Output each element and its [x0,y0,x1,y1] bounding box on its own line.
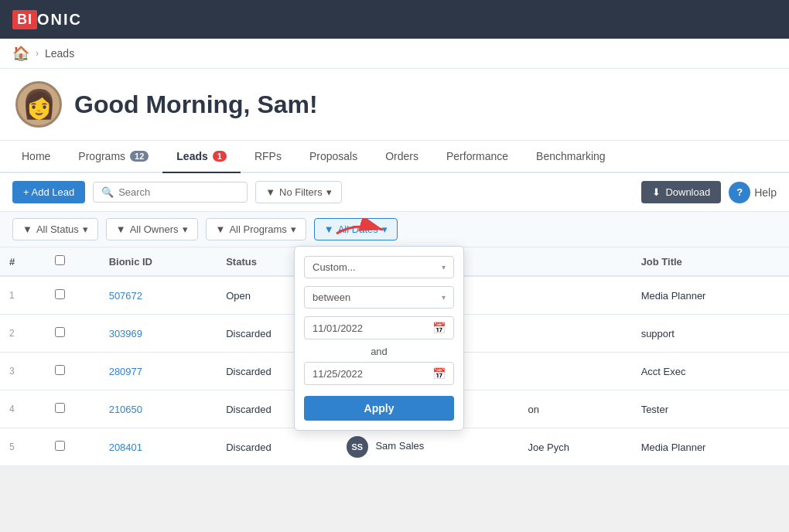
dates-chevron: ▾ [382,223,388,235]
tab-leads-label: Leads [176,150,207,162]
row-id: 303969 [100,315,217,353]
tab-performance-label: Performance [446,150,508,162]
row-num: 4 [0,390,46,428]
row-num: 3 [0,353,46,390]
tab-performance[interactable]: Performance [432,141,522,173]
toolbar: + Add Lead 🔍 ▼ No Filters ▾ ⬇ Download ?… [0,173,789,212]
nav-tabs: Home Programs 12 Leads 1 RFPs Proposals … [0,141,789,173]
date-to-input[interactable]: 11/25/2022 📅 [304,362,454,385]
row-checkbox[interactable] [46,353,100,390]
row-extra [519,353,632,390]
all-programs-label: All Programs [229,223,286,235]
col-extra [519,247,632,276]
row-num: 5 [0,428,46,466]
download-icon: ⬇ [652,186,661,198]
logo: BI ONIC [12,10,82,29]
tab-orders[interactable]: Orders [371,141,432,173]
between-chevron-icon: ▾ [442,293,446,302]
row-checkbox[interactable] [46,315,100,353]
logo-bi: BI [12,10,37,29]
date-from-value: 11/01/2022 [313,322,363,334]
status-filter-icon: ▼ [22,223,32,235]
row-job-title: Tester [632,390,789,428]
home-icon[interactable]: 🏠 [12,45,29,62]
row-checkbox[interactable] [46,428,100,466]
date-from-input[interactable]: 11/01/2022 📅 [304,316,454,339]
filter-chevron: ▾ [326,186,332,198]
tab-orders-label: Orders [385,150,418,162]
owners-filter-icon: ▼ [116,223,126,235]
tab-rfps-label: RFPs [254,150,282,162]
date-dropdown-popup: Custom... ▾ between ▾ 11/01/2022 📅 and 1… [294,246,464,431]
row-extra: Joe Pych [519,428,632,466]
between-dropdown[interactable]: between ▾ [304,286,454,309]
row-status: Discarded [217,428,337,466]
logo-onic: ONIC [37,11,82,29]
row-job-title: Media Planner [632,428,789,466]
tab-proposals-label: Proposals [309,150,357,162]
col-bionic-id: Bionic ID [100,247,217,276]
no-filters-button[interactable]: ▼ No Filters ▾ [255,181,342,203]
help-icon[interactable]: ? [729,182,750,203]
all-owners-label: All Owners [130,223,179,235]
tab-benchmarking-label: Benchmarking [536,150,606,162]
tab-rfps[interactable]: RFPs [241,141,295,173]
tab-home[interactable]: Home [8,141,64,173]
lead-id-link[interactable]: 210650 [109,404,142,415]
between-label: between [313,292,350,303]
select-all-checkbox[interactable] [55,255,65,265]
filter-icon: ▼ [265,186,275,198]
apply-button[interactable]: Apply [304,396,454,421]
assignee-avatar-initials: SS [347,436,368,458]
row-extra: on [519,390,632,428]
breadcrumb-separator: › [36,48,39,59]
download-button[interactable]: ⬇ Download [641,181,721,203]
tab-home-label: Home [22,150,50,162]
lead-id-link[interactable]: 280977 [109,366,142,377]
row-id: 208401 [100,428,217,466]
owners-chevron: ▾ [183,223,188,235]
row-num: 1 [0,276,46,315]
table-row: 5 208401 Discarded SS Sam Sales Joe Pych… [0,428,789,466]
row-job-title: Media Planner [632,276,789,315]
all-status-filter[interactable]: ▼ All Status ▾ [12,218,98,240]
all-dates-label: All Dates [338,223,378,235]
no-filters-label: No Filters [279,186,323,198]
search-box: 🔍 [93,182,248,203]
programs-chevron: ▾ [291,223,296,235]
search-input[interactable] [118,186,239,198]
lead-id-link[interactable]: 303969 [109,328,142,339]
row-checkbox[interactable] [46,276,100,315]
breadcrumb-leads: Leads [45,47,74,60]
all-programs-filter[interactable]: ▼ All Programs ▾ [206,218,306,240]
help-label: Help [754,186,777,199]
row-extra [519,315,632,353]
calendar-from-icon: 📅 [432,322,446,334]
custom-label: Custom... [313,261,356,273]
lead-id-link[interactable]: 208401 [109,442,142,453]
and-label: and [304,346,454,357]
all-dates-filter[interactable]: ▼ All Dates ▾ [314,218,398,240]
tab-proposals[interactable]: Proposals [295,141,371,173]
greeting-text: Good Morning, Sam! [74,90,318,119]
tab-programs[interactable]: Programs 12 [64,141,162,173]
row-id: 210650 [100,390,217,428]
avatar-image: 👩 [22,90,56,118]
lead-id-link[interactable]: 507672 [109,290,142,302]
custom-dropdown[interactable]: Custom... ▾ [304,256,454,278]
row-job-title: Acct Exec [632,353,789,390]
row-checkbox[interactable] [46,390,100,428]
col-job-title: Job Title [632,247,789,276]
row-id: 507672 [100,276,217,315]
all-owners-filter[interactable]: ▼ All Owners ▾ [106,218,198,240]
add-lead-button[interactable]: + Add Lead [12,181,85,203]
row-num: 2 [0,315,46,353]
tab-leads[interactable]: Leads 1 [162,141,241,173]
col-checkbox [46,247,100,276]
row-assignee: SS Sam Sales [337,428,519,466]
app-header: BI ONIC [0,0,789,39]
download-label: Download [665,186,710,198]
custom-chevron-icon: ▾ [442,263,446,271]
all-status-label: All Status [36,223,79,235]
tab-benchmarking[interactable]: Benchmarking [522,141,620,173]
